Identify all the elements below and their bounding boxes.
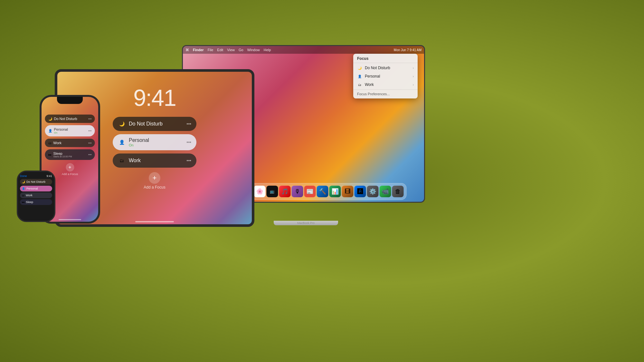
ipad-personal-icon: 👤 xyxy=(118,138,126,146)
menubar-edit[interactable]: Edit xyxy=(217,48,223,52)
menubar-right: Mon Jun 7 9:41 AM xyxy=(394,48,421,52)
ipad-dnd-label: Do Not Disturb xyxy=(129,121,163,127)
watch-personal-icon: 👤 xyxy=(22,187,25,190)
dnd-icon: 🌙 xyxy=(357,65,362,70)
ipad-personal-dots[interactable]: ••• xyxy=(186,140,191,145)
iphone-notch xyxy=(57,97,83,104)
work-icon: 🗂 xyxy=(357,82,362,87)
dock-syspreferences[interactable]: ⚙️ xyxy=(367,186,378,197)
menubar-time: Mon Jun 7 9:41 AM xyxy=(394,48,421,52)
iphone-work-label: Work xyxy=(53,141,62,145)
menubar-file[interactable]: File xyxy=(208,48,213,52)
iphone-sleep-sublabel: Starts at 10:00 PM xyxy=(53,155,72,158)
iphone-focus-sleep[interactable]: 🛏 Sleep Starts at 10:00 PM ••• xyxy=(45,149,95,160)
mac-focus-work-label: Work xyxy=(365,82,374,87)
iphone-focus-work[interactable]: 🗂 Work ••• xyxy=(45,139,95,147)
mac-focus-dnd[interactable]: 🌙 Do Not Disturb › xyxy=(353,64,418,72)
dock-news[interactable]: 📰 xyxy=(304,186,316,197)
watch-focus-work[interactable]: 🗂 Work xyxy=(20,192,52,198)
apple-logo-icon: ⌘ xyxy=(185,48,189,52)
ipad-add-focus[interactable]: + Add a Focus xyxy=(113,172,196,190)
dnd-arrow-icon: › xyxy=(413,66,414,70)
watch-screen: Done 9:41 🌙 Do Not Disturb 👤 Personal 🗂 … xyxy=(18,172,54,221)
ipad-work-icon: 🗂 xyxy=(118,157,126,164)
focus-divider-2 xyxy=(353,89,418,90)
watch-work-label: Work xyxy=(26,194,33,197)
watch-dnd-label: Do Not Disturb xyxy=(26,180,45,183)
ipad-personal-label: Personal xyxy=(129,137,149,143)
ipad-add-label: Add a Focus xyxy=(144,185,165,190)
focus-dropdown-title: Focus xyxy=(353,54,418,62)
apple-watch-device: Done 9:41 🌙 Do Not Disturb 👤 Personal 🗂 … xyxy=(17,171,55,222)
ipad-work-label: Work xyxy=(129,158,141,163)
watch-sleep-icon: 🛏 xyxy=(22,201,24,204)
personal-icon: 👤 xyxy=(357,74,362,79)
dock-keynote[interactable]: 🎞 xyxy=(342,186,353,197)
work-arrow-icon: › xyxy=(413,83,414,87)
iphone-add-label: Add a Focus xyxy=(62,172,78,176)
iphone-sleep-label: Sleep xyxy=(53,152,72,155)
ipad-personal-text: Personal On xyxy=(129,137,149,147)
ipad-focus-panel: 🌙 Do Not Disturb ••• 👤 Personal On ••• 🗂 xyxy=(113,117,196,190)
personal-arrow-icon: › xyxy=(413,75,414,78)
ipad-home-bar xyxy=(135,221,174,222)
watch-done-button[interactable]: Done xyxy=(20,174,27,178)
mac-focus-personal[interactable]: 👤 Personal › xyxy=(353,72,418,80)
ipad-add-icon: + xyxy=(149,172,160,184)
iphone-personal-sublabel: On xyxy=(54,131,68,134)
ipad-focus-personal[interactable]: 👤 Personal On ••• xyxy=(113,134,196,150)
ipad-focus-work[interactable]: 🗂 Work ••• xyxy=(113,153,196,168)
watch-focus-dnd[interactable]: 🌙 Do Not Disturb xyxy=(20,179,52,185)
menubar-view[interactable]: View xyxy=(227,48,235,52)
ipad-time: 9:41 xyxy=(133,85,176,111)
watch-work-icon: 🗂 xyxy=(22,194,24,197)
dock-photos[interactable]: 🌸 xyxy=(254,186,265,197)
iphone-work-dots[interactable]: ••• xyxy=(88,141,92,145)
ipad-dnd-icon: 🌙 xyxy=(118,120,126,128)
iphone-sleep-text: Sleep Starts at 10:00 PM xyxy=(53,152,72,158)
watch-focus-sleep[interactable]: 🛏 Sleep xyxy=(20,199,52,205)
dock-appletv[interactable]: 📺 xyxy=(266,186,278,197)
iphone-personal-dots[interactable]: ••• xyxy=(88,129,92,133)
menubar-help[interactable]: Help xyxy=(264,48,271,52)
iphone-dnd-dots[interactable]: ••• xyxy=(88,117,92,121)
iphone-focus-dnd[interactable]: 🌙 Do Not Disturb ••• xyxy=(45,115,95,123)
dock-numbers[interactable]: 📊 xyxy=(329,186,341,197)
iphone-work-icon: 🗂 xyxy=(48,141,52,145)
iphone-dnd-label: Do Not Disturb xyxy=(54,117,77,121)
dock-podcasts[interactable]: 🎙 xyxy=(291,186,303,197)
iphone-focus-panel: 🌙 Do Not Disturb ••• 👤 Personal On ••• 🗂… xyxy=(45,115,95,176)
watch-sleep-label: Sleep xyxy=(26,200,33,204)
watch-time: 9:41 xyxy=(46,174,52,178)
watch-personal-label: Personal xyxy=(26,187,38,190)
menubar-window[interactable]: Window xyxy=(247,48,260,52)
watch-focus-personal[interactable]: 👤 Personal xyxy=(20,186,52,191)
watch-crown xyxy=(54,185,55,193)
menubar-left: ⌘ Finder File Edit View Go Window Help xyxy=(185,48,271,52)
iphone-personal-text: Personal On xyxy=(54,127,68,134)
menubar-app-name: Finder xyxy=(193,48,204,52)
iphone-personal-icon: 👤 xyxy=(48,129,52,133)
mac-focus-work[interactable]: 🗂 Work › xyxy=(353,80,418,89)
iphone-add-icon: + xyxy=(66,163,74,172)
dock-appstore[interactable]: 🅰 xyxy=(354,186,366,197)
dock-trash[interactable]: 🗑 xyxy=(392,186,403,197)
dock-facetime[interactable]: 📹 xyxy=(379,186,391,197)
watch-header: Done 9:41 xyxy=(20,174,52,178)
watch-dnd-icon: 🌙 xyxy=(22,181,25,183)
dock-music[interactable]: 🎵 xyxy=(279,186,290,197)
iphone-dnd-icon: 🌙 xyxy=(48,117,52,121)
ipad-work-dots[interactable]: ••• xyxy=(186,158,191,163)
mac-menubar: ⌘ Finder File Edit View Go Window Help M… xyxy=(183,46,424,54)
mac-focus-personal-label: Personal xyxy=(365,74,380,79)
menubar-go[interactable]: Go xyxy=(239,48,243,52)
dock-xcode[interactable]: 🔨 xyxy=(317,186,328,197)
ipad-focus-dnd[interactable]: 🌙 Do Not Disturb ••• xyxy=(113,117,196,131)
ipad-dnd-dots[interactable]: ••• xyxy=(186,121,191,126)
iphone-sleep-dots[interactable]: ••• xyxy=(88,153,92,156)
iphone-focus-personal[interactable]: 👤 Personal On ••• xyxy=(45,125,95,136)
iphone-home-bar xyxy=(59,219,81,220)
ipad-personal-sublabel: On xyxy=(129,143,149,147)
focus-preferences-link[interactable]: Focus Preferences... xyxy=(353,90,418,98)
focus-divider-1 xyxy=(353,63,418,63)
